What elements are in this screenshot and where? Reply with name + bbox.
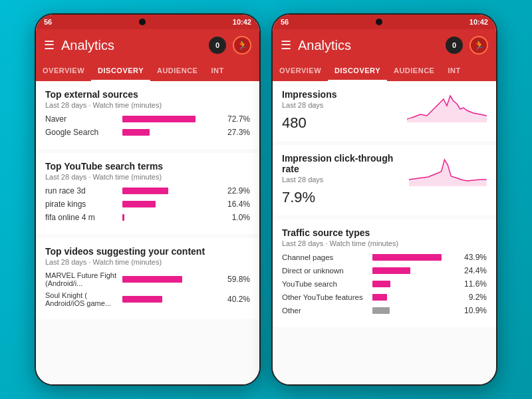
bar-label: Naver xyxy=(45,114,118,124)
table-row: MARVEL Future Fight (Android/i... 59.8% xyxy=(45,271,250,287)
table-row: Other YouTube features 9.2% xyxy=(282,293,487,302)
impressions-sub: Last 28 days xyxy=(282,101,336,109)
bar-fill xyxy=(372,307,390,314)
left-phone: 56 10:42 ☰ Analytics 0 🏃 OVERVIEW DISCOV… xyxy=(35,13,261,386)
ctr-value: 7.9% xyxy=(282,189,409,206)
bar-fill xyxy=(372,294,387,301)
bar-container xyxy=(372,254,459,261)
left-app-title: Analytics xyxy=(61,38,202,53)
bar-value: 11.6% xyxy=(463,279,487,289)
left-content: Top external sources Last 28 days · Watc… xyxy=(36,81,259,384)
bar-fill xyxy=(372,254,442,261)
traffic-title: Traffic source types xyxy=(282,227,487,238)
bar-value: 9.2% xyxy=(463,293,487,302)
left-section3-sub: Last 28 days · Watch time (minutes) xyxy=(45,258,250,266)
bar-fill xyxy=(122,276,182,283)
bar-container xyxy=(122,201,222,207)
left-camera-notch xyxy=(139,19,146,25)
right-tab-discovery[interactable]: DISCOVERY xyxy=(328,61,387,81)
right-tab-overview[interactable]: OVERVIEW xyxy=(273,61,328,81)
left-section-top-videos: Top videos suggesting your content Last … xyxy=(36,238,259,319)
traffic-sub: Last 28 days · Watch time (minutes) xyxy=(282,239,487,247)
left-tab-overview[interactable]: OVERVIEW xyxy=(36,61,91,81)
table-row: pirate kings 16.4% xyxy=(45,200,250,209)
bar-value: 40.2% xyxy=(226,295,250,304)
impressions-title: Impressions xyxy=(282,89,336,100)
right-status-bar: 56 10:42 xyxy=(273,15,496,29)
right-hamburger-icon[interactable]: ☰ xyxy=(281,38,291,53)
bar-container xyxy=(372,294,459,301)
left-tab-discovery[interactable]: DISCOVERY xyxy=(91,61,150,81)
right-tab-int[interactable]: INT xyxy=(441,61,467,81)
right-signal: 56 xyxy=(281,18,289,26)
bar-container xyxy=(122,129,222,136)
right-phone: 56 10:42 ☰ Analytics 0 🏃 OVERVIEW DISCOV… xyxy=(271,13,497,386)
bar-container xyxy=(372,267,459,274)
bar-value: 10.9% xyxy=(463,306,487,315)
left-tab-audience[interactable]: AUDIENCE xyxy=(150,61,204,81)
left-time: 10:42 xyxy=(233,18,251,26)
right-camera-notch xyxy=(376,19,382,25)
bar-container xyxy=(122,188,222,194)
bar-fill xyxy=(372,267,410,274)
right-section-impressions: Impressions Last 28 days 480 xyxy=(273,81,496,141)
right-avatar[interactable]: 🏃 xyxy=(469,36,488,55)
left-tabs: OVERVIEW DISCOVERY AUDIENCE INT xyxy=(36,61,259,81)
bar-label: Channel pages xyxy=(282,253,368,261)
table-row: fifa online 4 m 1.0% xyxy=(45,213,250,222)
left-section3-title: Top videos suggesting your content xyxy=(45,246,250,257)
right-badge[interactable]: 0 xyxy=(446,37,463,54)
right-app-bar: ☰ Analytics 0 🏃 xyxy=(273,29,496,61)
bar-label: fifa online 4 m xyxy=(45,213,118,222)
left-badge[interactable]: 0 xyxy=(209,37,226,54)
bar-fill xyxy=(122,116,196,122)
left-app-bar: ☰ Analytics 0 🏃 xyxy=(36,29,259,61)
bar-label: Direct or unknown xyxy=(282,267,368,275)
ctr-title: Impression click-through rate xyxy=(282,153,409,174)
right-tabs: OVERVIEW DISCOVERY AUDIENCE INT xyxy=(273,61,496,81)
ctr-sub: Last 28 days xyxy=(282,176,409,184)
table-row: Other 10.9% xyxy=(282,306,487,315)
table-row: run race 3d 22.9% xyxy=(45,186,250,196)
bar-label: Google Search xyxy=(45,128,118,137)
bar-fill xyxy=(122,201,156,207)
table-row: Direct or unknown 24.4% xyxy=(282,266,487,275)
bar-label: pirate kings xyxy=(45,200,118,209)
table-row: Soul Knight ( Android/iOS game... 40.2% xyxy=(45,291,250,307)
left-tab-int[interactable]: INT xyxy=(204,61,230,81)
bar-label: run race 3d xyxy=(45,186,118,196)
bar-value: 59.8% xyxy=(226,275,250,284)
bar-fill xyxy=(122,188,168,194)
left-status-bar: 56 10:42 xyxy=(36,15,259,29)
bar-value: 27.3% xyxy=(226,128,250,137)
right-tab-audience[interactable]: AUDIENCE xyxy=(387,61,441,81)
bar-value: 72.7% xyxy=(226,114,250,124)
bar-container xyxy=(122,276,222,283)
bar-value: 16.4% xyxy=(226,200,250,209)
left-signal: 56 xyxy=(44,18,52,26)
left-section1-title: Top external sources xyxy=(45,89,250,100)
bar-fill xyxy=(122,129,150,136)
bar-label: YouTube search xyxy=(282,280,368,288)
ctr-chart xyxy=(409,153,487,186)
left-section2-title: Top YouTube search terms xyxy=(45,161,250,172)
bar-container xyxy=(122,214,222,221)
left-section-external-sources: Top external sources Last 28 days · Watc… xyxy=(36,81,259,149)
right-content: Impressions Last 28 days 480 Impression … xyxy=(273,81,496,384)
right-app-title: Analytics xyxy=(298,38,439,53)
bar-container xyxy=(372,281,459,287)
table-row: YouTube search 11.6% xyxy=(282,279,487,289)
bar-fill xyxy=(122,296,162,303)
right-time: 10:42 xyxy=(469,18,488,26)
bar-label: Other YouTube features xyxy=(282,293,368,301)
bar-value: 43.9% xyxy=(463,253,487,262)
left-avatar[interactable]: 🏃 xyxy=(233,36,251,55)
right-section-ctr: Impression click-through rate Last 28 da… xyxy=(273,145,496,215)
left-section-search-terms: Top YouTube search terms Last 28 days · … xyxy=(36,153,259,234)
bar-container xyxy=(122,296,222,303)
bar-value: 24.4% xyxy=(463,266,487,275)
impressions-value: 480 xyxy=(282,114,336,132)
hamburger-icon[interactable]: ☰ xyxy=(44,38,55,53)
bar-label: Other xyxy=(282,307,368,315)
bar-value: 22.9% xyxy=(226,186,250,196)
